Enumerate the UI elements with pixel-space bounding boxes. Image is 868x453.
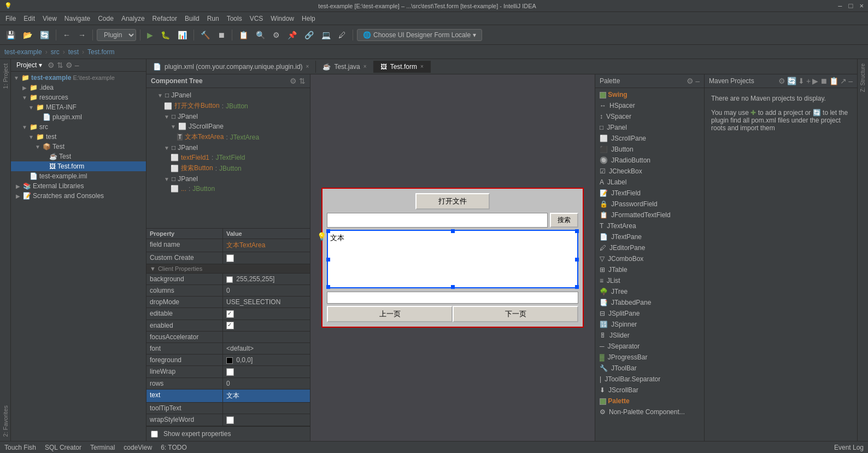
- tree-item-iml[interactable]: 📄 test-example.iml: [11, 171, 146, 181]
- tree-item-idea[interactable]: ▶ 📁 .idea: [11, 83, 146, 92]
- prop-text-value[interactable]: 文本: [223, 390, 310, 402]
- prop-dropmode-value[interactable]: USE_SELECTION: [223, 297, 310, 307]
- palette-jsplitpane[interactable]: ⊟ JSplitPane: [595, 308, 704, 319]
- maven-add[interactable]: +: [806, 77, 811, 85]
- breadcrumb-item-3[interactable]: test: [68, 48, 79, 56]
- prop-foreground-value[interactable]: 0,0,0]: [223, 355, 310, 365]
- side-tab-favorites[interactable]: 2: Favorites: [1, 401, 10, 441]
- toolbar-extra3[interactable]: ⚙: [270, 29, 283, 41]
- handle-tl[interactable]: [326, 229, 330, 233]
- palette-jscrollbar[interactable]: ⬇ JScrollBar: [595, 385, 704, 396]
- menu-analyze[interactable]: Analyze: [118, 14, 148, 24]
- toolbar-extra1[interactable]: 📋: [236, 29, 251, 41]
- palette-jformattedtextfield[interactable]: 📋 JFormattedTextField: [595, 210, 704, 220]
- toolbar-back[interactable]: ←: [60, 29, 73, 41]
- palette-jlabel[interactable]: A JLabel: [595, 177, 704, 188]
- palette-jlist[interactable]: ≡ JList: [595, 275, 704, 286]
- palette-jspinner[interactable]: 🔢 JSpinner: [595, 319, 704, 330]
- form-next-btn[interactable]: 下一页: [453, 306, 578, 322]
- minimize-btn[interactable]: –: [838, 2, 842, 10]
- plugin-dropdown[interactable]: Plugin: [97, 29, 136, 41]
- maximize-btn[interactable]: □: [849, 2, 853, 10]
- prop-text-row[interactable]: text 文本: [146, 390, 310, 403]
- maven-run[interactable]: ▶: [812, 77, 818, 85]
- comp-item-jpanel4[interactable]: ▼ □ JPanel: [146, 174, 310, 184]
- wrapstyle-checkbox[interactable]: [226, 416, 234, 424]
- panel-gear-btn[interactable]: ⚙: [290, 77, 297, 85]
- tab-test-java[interactable]: ☕ Test.java ×: [316, 61, 373, 73]
- prop-foreground-row[interactable]: foreground 0,0,0]: [146, 355, 310, 366]
- palette-jtextpane[interactable]: 📄 JTextPane: [595, 231, 704, 242]
- tree-item-metainf[interactable]: ▼ 📁 META-INF: [11, 102, 146, 112]
- prop-linewrap-value[interactable]: [223, 366, 310, 378]
- palette-collapse[interactable]: –: [695, 77, 700, 85]
- prop-editable-row[interactable]: editable: [146, 308, 310, 320]
- palette-jprogressbar[interactable]: ▓ JProgressBar: [595, 352, 704, 363]
- comp-item-textfield1[interactable]: ⬜ textField1 : JTextField: [146, 153, 310, 162]
- toolbar-extra5[interactable]: 🔗: [302, 29, 316, 41]
- panel-expand-btn[interactable]: ⇅: [299, 77, 306, 85]
- toolbar-forward[interactable]: →: [75, 29, 89, 41]
- prop-custom-create-row[interactable]: Custom Create: [146, 252, 310, 264]
- prop-dropmode-row[interactable]: dropMode USE_SELECTION: [146, 297, 310, 308]
- editable-checkbox[interactable]: [226, 310, 234, 318]
- palette-swing-category[interactable]: Swing: [595, 89, 704, 100]
- prop-editable-value[interactable]: [223, 308, 310, 320]
- bottom-codeview[interactable]: codeView: [124, 444, 152, 451]
- form-prev-btn[interactable]: 上一页: [327, 306, 453, 322]
- project-tab[interactable]: Project ▾: [13, 60, 45, 70]
- palette-jcombobox[interactable]: ▽ JComboBox: [595, 253, 704, 264]
- linewrap-checkbox[interactable]: [226, 368, 234, 376]
- menu-run[interactable]: Run: [204, 14, 222, 24]
- palette-jpasswordfield[interactable]: 🔒 JPasswordField: [595, 199, 704, 210]
- bottom-terminal[interactable]: Terminal: [90, 444, 115, 451]
- palette-jpanel[interactable]: □ JPanel: [595, 122, 704, 133]
- handle-br[interactable]: [575, 285, 579, 289]
- palette-jtoolbar-sep[interactable]: | JToolBar.Separator: [595, 374, 704, 385]
- toolbar-build[interactable]: 🔨: [198, 29, 213, 41]
- palette-jbutton[interactable]: ⬛ JButton: [595, 144, 704, 155]
- comp-item-navbtn[interactable]: ⬜ ... : JButton: [146, 184, 310, 194]
- palette-jtextfield[interactable]: 📝 JTextField: [595, 188, 704, 199]
- tree-item-root[interactable]: ▼ 📁 test-example E:\test-example: [11, 73, 146, 83]
- tab-close-icon[interactable]: ×: [420, 63, 424, 69]
- palette-hspacer[interactable]: ↔ HSpacer: [595, 100, 704, 111]
- toolbar-debug[interactable]: 🐛: [158, 29, 173, 41]
- section-collapse-icon[interactable]: ▼: [150, 265, 156, 272]
- palette-jradiobutton[interactable]: 🔘 JRadioButton: [595, 155, 704, 166]
- tree-item-pluginxml[interactable]: 📄 plugin.xml: [11, 112, 146, 122]
- menu-window[interactable]: Window: [267, 14, 297, 24]
- prop-enabled-row[interactable]: enabled: [146, 320, 310, 332]
- palette-jtextarea[interactable]: T JTextArea: [595, 220, 704, 231]
- side-tab-structure[interactable]: Z: Structure: [859, 59, 867, 96]
- tab-test-form[interactable]: 🖼 Test.form ×: [374, 61, 431, 73]
- comp-item-jpanel3[interactable]: ▼ □ JPanel: [146, 143, 310, 153]
- handle-ml[interactable]: [326, 258, 330, 262]
- tree-item-ext-libs[interactable]: ▶ 📚 External Libraries: [11, 181, 146, 191]
- tab-close-icon[interactable]: ×: [363, 63, 367, 69]
- prop-tooltip-row[interactable]: toolTipText: [146, 403, 310, 414]
- palette-jtree[interactable]: 🌳 JTree: [595, 286, 704, 297]
- palette-gear[interactable]: ⚙: [687, 77, 694, 85]
- menu-refactor[interactable]: Refactor: [149, 14, 180, 24]
- menu-edit[interactable]: Edit: [20, 14, 38, 24]
- maven-refresh[interactable]: 🔄: [787, 77, 796, 85]
- close-btn[interactable]: ×: [859, 2, 864, 10]
- prop-rows-row[interactable]: rows 0: [146, 378, 310, 390]
- form-search-btn[interactable]: 搜索: [550, 213, 578, 228]
- prop-columns-value[interactable]: 0: [223, 285, 310, 296]
- comp-item-jpanel2[interactable]: ▼ □ JPanel: [146, 112, 310, 121]
- form-search-input[interactable]: [327, 213, 548, 228]
- handle-tc[interactable]: [451, 229, 455, 233]
- tree-item-test-class[interactable]: ☕ Test: [11, 152, 146, 161]
- palette-jtoolbar[interactable]: 🔧 JToolBar: [595, 363, 704, 374]
- breadcrumb-item-4[interactable]: Test.form: [87, 48, 114, 56]
- comp-item-searchbtn[interactable]: ⬜ 搜索Button : JButton: [146, 162, 310, 174]
- palette-jtabbedpane[interactable]: 📑 JTabbedPane: [595, 297, 704, 308]
- prop-focus-row[interactable]: focusAccelerator: [146, 332, 310, 343]
- menu-help[interactable]: Help: [298, 14, 319, 24]
- toolbar-stop[interactable]: ⏹: [215, 29, 228, 41]
- bottom-sqlcreator[interactable]: SQL Creator: [45, 444, 81, 451]
- bottom-todo[interactable]: 6: TODO: [161, 444, 187, 451]
- locale-button[interactable]: 🌐 Choose UI Designer Form Locale ▾: [357, 29, 482, 41]
